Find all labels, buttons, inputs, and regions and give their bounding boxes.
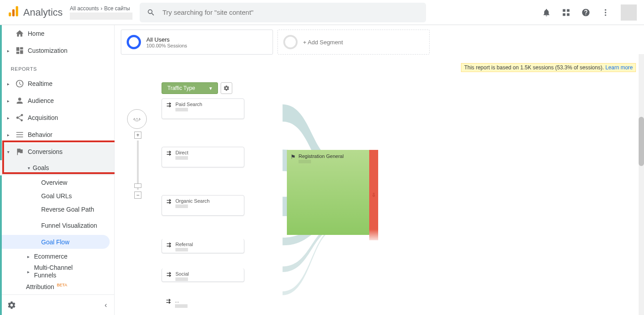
- left-sidebar: Home ▸ Customization REPORTS ▸ Realtime …: [0, 25, 115, 315]
- svg-rect-2: [16, 6, 18, 17]
- dimension-settings-button[interactable]: [221, 82, 232, 94]
- svg-rect-3: [563, 9, 566, 12]
- zoom-in-button[interactable]: +: [134, 132, 141, 139]
- gear-icon: [223, 85, 230, 91]
- scrollbar[interactable]: [639, 54, 644, 315]
- home-icon: [15, 29, 24, 38]
- flow-goal-node[interactable]: ⚑ Registration General: [287, 150, 369, 235]
- traffic-arrow-icon: [166, 271, 173, 280]
- scrollbar-thumb[interactable]: [639, 117, 644, 166]
- nav-goal-flow[interactable]: Goal Flow: [0, 235, 110, 248]
- segment-empty-icon: [283, 35, 298, 49]
- add-segment[interactable]: + Add Segment: [277, 30, 430, 55]
- svg-point-8: [605, 12, 606, 13]
- segment-circle-icon: [127, 35, 141, 49]
- admin-gear-icon[interactable]: [7, 301, 16, 310]
- segment-subtitle: 100.00% Sessions: [146, 43, 187, 48]
- learn-more-link[interactable]: Learn more: [606, 64, 633, 71]
- breadcrumb-property: Все сайты: [104, 5, 130, 12]
- flow-dropoff[interactable]: ⇩: [369, 150, 378, 240]
- node-value-redacted: [175, 108, 188, 111]
- zoom-handle[interactable]: [134, 183, 141, 188]
- breadcrumb-accounts: All accounts: [70, 5, 99, 12]
- flow-node-organic-search[interactable]: Organic Search: [162, 195, 244, 216]
- person-icon: [15, 96, 24, 105]
- search-icon: [147, 8, 155, 17]
- notifications-icon[interactable]: [542, 8, 551, 17]
- pan-control[interactable]: ‹ ⌂ ›: [127, 109, 147, 129]
- product-name: Analytics: [23, 7, 63, 18]
- nav-ecommerce[interactable]: ▸Ecommerce: [0, 249, 114, 264]
- search-input[interactable]: [162, 9, 419, 16]
- nav-acquisition[interactable]: ▸ Acquisition: [0, 109, 114, 126]
- header-actions: [542, 4, 637, 21]
- beta-badge: BETA: [57, 283, 67, 287]
- segment-all-users[interactable]: All Users 100.00% Sessions: [121, 30, 273, 55]
- apps-switcher-icon[interactable]: [562, 8, 571, 17]
- goal-value-redacted: [299, 160, 311, 163]
- flow-node-more[interactable]: ...: [162, 295, 244, 309]
- breadcrumb-view-redacted: [70, 13, 132, 20]
- nav-behavior[interactable]: ▸ Behavior: [0, 126, 114, 143]
- clock-icon: [15, 79, 24, 88]
- share-icon: [15, 113, 24, 122]
- nav-realtime[interactable]: ▸ Realtime: [0, 75, 114, 92]
- svg-rect-4: [567, 9, 570, 12]
- app-header: Analytics All accounts › Все сайты: [0, 0, 644, 25]
- svg-rect-1: [12, 9, 14, 17]
- nav-reverse-goal-path[interactable]: Reverse Goal Path: [0, 203, 110, 216]
- main-content: All Users 100.00% Sessions + Add Segment…: [115, 25, 644, 315]
- help-icon[interactable]: [581, 8, 590, 17]
- node-value-redacted: [175, 277, 188, 281]
- dimension-selector: Traffic Type ▼: [162, 82, 232, 94]
- flow-node-direct[interactable]: Direct: [162, 147, 244, 167]
- search-bar[interactable]: [140, 3, 426, 22]
- flow-canvas[interactable]: Traffic Type ▼ ‹ ⌂ › + − Paid Search: [115, 74, 636, 315]
- traffic-arrow-icon: [166, 150, 173, 158]
- svg-rect-6: [567, 13, 570, 16]
- zoom-track[interactable]: [137, 140, 139, 190]
- home-small-icon: ⌂: [135, 116, 139, 123]
- flow-node-referral[interactable]: Referral: [162, 239, 244, 253]
- zoom-out-button[interactable]: −: [134, 192, 141, 199]
- nav-multi-channel-funnels[interactable]: ▸Multi-Channel Funnels: [0, 264, 114, 279]
- dimension-dropdown[interactable]: Traffic Type ▼: [162, 82, 218, 94]
- node-value-redacted: [175, 304, 188, 308]
- nav-attribution[interactable]: Attribution BETA: [0, 279, 114, 294]
- nav-goal-overview[interactable]: Overview: [0, 175, 110, 189]
- more-vert-icon[interactable]: [601, 8, 610, 17]
- svg-rect-0: [9, 13, 11, 17]
- traffic-arrow-icon: [166, 102, 173, 110]
- segment-title: All Users: [146, 36, 187, 43]
- segment-bar: All Users 100.00% Sessions + Add Segment: [115, 25, 644, 59]
- dashboard-icon: [15, 46, 24, 55]
- nav-goal-urls[interactable]: Goal URLs: [0, 189, 110, 203]
- node-value-redacted: [175, 156, 188, 160]
- traffic-arrow-icon: [166, 198, 173, 207]
- svg-point-9: [605, 14, 606, 16]
- svg-point-7: [605, 9, 606, 10]
- nav-audience[interactable]: ▸ Audience: [0, 92, 114, 109]
- chevron-right-icon: ›: [101, 5, 102, 12]
- reports-header: REPORTS: [0, 59, 114, 75]
- account-breadcrumb[interactable]: All accounts › Все сайты: [70, 5, 132, 20]
- flow-node-paid-search[interactable]: Paid Search: [162, 98, 244, 119]
- nav-conversions[interactable]: ▾ Conversions: [0, 143, 114, 160]
- flow-node-social[interactable]: Social: [162, 268, 244, 282]
- dropdown-arrow-icon: ▼: [209, 86, 213, 91]
- nav-customization[interactable]: ▸ Customization: [0, 42, 114, 59]
- nav-funnel-visualization[interactable]: Funnel Visualization: [0, 217, 110, 235]
- traffic-arrow-icon: [165, 298, 172, 306]
- product-logo[interactable]: Analytics: [7, 5, 63, 19]
- flag-icon: [15, 147, 24, 156]
- nav-home[interactable]: Home: [0, 25, 114, 42]
- user-avatar[interactable]: [621, 4, 637, 21]
- collapse-sidebar-icon[interactable]: ‹: [105, 301, 107, 309]
- analytics-logo-icon: [7, 5, 20, 19]
- dropoff-arrow-icon: ⇩: [371, 192, 376, 198]
- traffic-arrow-icon: [166, 242, 173, 250]
- nav-goals[interactable]: ▾ Goals: [0, 160, 114, 175]
- svg-rect-5: [563, 13, 566, 16]
- node-value-redacted: [175, 248, 188, 251]
- zoom-control: + −: [134, 132, 141, 199]
